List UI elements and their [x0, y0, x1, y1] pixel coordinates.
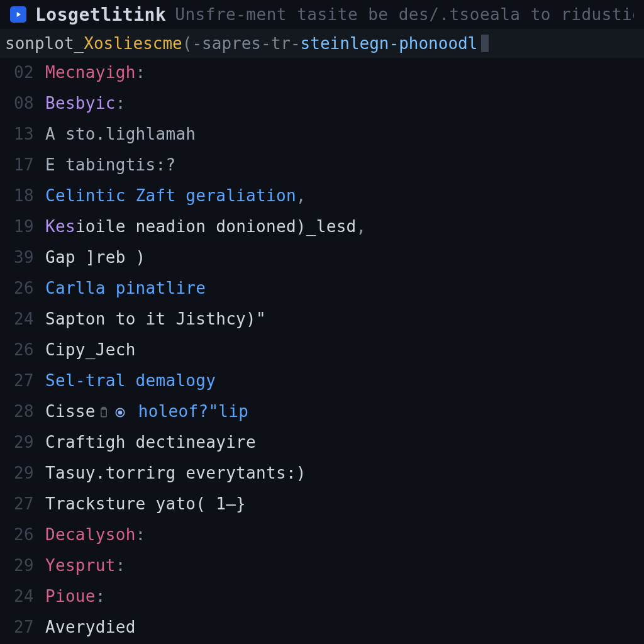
- code-line[interactable]: 24Sapton to it Jisthcy)": [0, 309, 644, 340]
- code-line[interactable]: 18Celintic Zaft geraliation,: [0, 186, 644, 217]
- code-token: Gap ]reb ): [45, 248, 146, 267]
- line-number: 18: [0, 186, 45, 205]
- code-token: Pioue: [45, 587, 96, 606]
- code-content: Besbyic:: [45, 94, 126, 113]
- cmd-seg-1: _Xosliescme: [74, 34, 182, 53]
- code-content: Tracksture yato( 1—}: [45, 494, 246, 513]
- line-number: 26: [0, 340, 45, 359]
- line-number: 39: [0, 248, 45, 267]
- code-content: Pioue:: [45, 587, 106, 606]
- line-number: 19: [0, 217, 45, 236]
- line-number: 26: [0, 279, 45, 297]
- app-subtitle: Unsfre-ment tasite be des/.tsoeala to ri…: [175, 5, 634, 24]
- line-number: 28: [0, 402, 45, 421]
- code-content: Tasuy.torrirg everytants:): [45, 464, 306, 482]
- clipboard-icon: [97, 406, 110, 419]
- play-icon[interactable]: [10, 6, 26, 23]
- line-number: 27: [0, 371, 45, 390]
- code-token: Tasuy.torrirg everytants:): [45, 464, 306, 482]
- code-token: Craftigh dectineayire: [45, 433, 256, 452]
- code-line[interactable]: 08Besbyic:: [0, 94, 644, 125]
- code-content: Craftigh dectineayire: [45, 433, 256, 452]
- line-number: 24: [0, 587, 45, 606]
- code-line[interactable]: 24Pioue:: [0, 587, 644, 618]
- line-number: 26: [0, 525, 45, 544]
- cmd-seg-0: sonplot: [5, 34, 74, 53]
- svg-point-3: [118, 411, 121, 414]
- code-token: ioile neadion donioned)_lesd: [75, 217, 357, 236]
- code-token: Decalysoh: [45, 525, 136, 544]
- code-token: Yesprut: [45, 556, 116, 575]
- title-bar: Losgetlitink Unsfre-ment tasite be des/.…: [0, 0, 644, 29]
- text-cursor-icon: [481, 35, 489, 52]
- code-token: :: [136, 525, 146, 544]
- code-line[interactable]: 26Cipy_Jech: [0, 340, 644, 371]
- code-token: :: [96, 587, 106, 606]
- code-line[interactable]: 29Craftigh dectineayire: [0, 433, 644, 464]
- line-number: 24: [0, 309, 45, 328]
- code-content: Sapton to it Jisthcy)": [45, 309, 266, 328]
- code-content: E tabingtis:?: [45, 155, 175, 174]
- code-line[interactable]: 17E tabingtis:?: [0, 155, 644, 186]
- code-token: :: [116, 556, 126, 575]
- code-line[interactable]: 26Decalysoh:: [0, 525, 644, 556]
- code-content: Yesprut:: [45, 556, 126, 575]
- code-token: Sel-tral demalogy: [45, 371, 216, 390]
- code-content: Kesioile neadion donioned)_lesd,: [45, 217, 367, 236]
- code-token: :: [116, 94, 126, 113]
- code-line[interactable]: 19Kesioile neadion donioned)_lesd,: [0, 217, 644, 248]
- line-number: 17: [0, 155, 45, 174]
- code-content: Sel-tral demalogy: [45, 371, 216, 390]
- line-number: 29: [0, 556, 45, 575]
- code-content: Mecnayigh:: [45, 63, 146, 82]
- code-token: Tracksture yato( 1—}: [45, 494, 246, 513]
- code-content: Gap ]reb ): [45, 248, 146, 267]
- code-token: ,: [357, 217, 367, 236]
- code-token: E tabingtis:?: [45, 155, 175, 174]
- target-icon: [114, 406, 126, 419]
- app-name: Losgetlitink: [35, 4, 166, 25]
- code-token: Carlla pinatlire: [45, 279, 206, 297]
- line-number: 02: [0, 63, 45, 82]
- code-line[interactable]: 26Carlla pinatlire: [0, 279, 644, 309]
- code-line[interactable]: 39Gap ]reb ): [0, 248, 644, 279]
- line-number: 08: [0, 94, 45, 113]
- code-token: ,: [296, 186, 306, 205]
- code-content: Carlla pinatlire: [45, 279, 206, 297]
- code-line[interactable]: 27Sel-tral demalogy: [0, 371, 644, 402]
- code-token: Kes: [45, 217, 75, 236]
- line-number: 27: [0, 618, 45, 636]
- code-content: Averydied: [45, 618, 136, 636]
- code-content: Celintic Zaft geraliation,: [45, 186, 306, 205]
- code-content: A sto.lighlamah: [45, 125, 196, 143]
- code-token: Celintic Zaft geraliation: [45, 186, 296, 205]
- code-line[interactable]: 29Yesprut:: [0, 556, 644, 587]
- code-content: Cisse holeof?"lip: [45, 402, 248, 421]
- line-number: 29: [0, 433, 45, 452]
- code-line[interactable]: 27Tracksture yato( 1—}: [0, 494, 644, 525]
- code-token: Cisse: [45, 402, 96, 421]
- code-line[interactable]: 29Tasuy.torrirg everytants:): [0, 464, 644, 494]
- line-number: 13: [0, 125, 45, 143]
- code-line[interactable]: 27Averydied: [0, 618, 644, 644]
- code-token: holeof?"lip: [128, 402, 248, 421]
- code-token: Besbyic: [45, 94, 116, 113]
- line-number: 27: [0, 494, 45, 513]
- cmd-seg-2: (-sapres-tr-: [182, 34, 301, 53]
- command-bar[interactable]: sonplot _Xosliescme (-sapres-tr- steinle…: [0, 29, 644, 58]
- code-area[interactable]: 02Mecnayigh:08Besbyic:13A sto.lighlamah1…: [0, 58, 644, 644]
- code-line[interactable]: 02Mecnayigh:: [0, 63, 644, 94]
- code-line[interactable]: 13A sto.lighlamah: [0, 125, 644, 155]
- code-token: A sto.lighlamah: [45, 125, 196, 143]
- code-token: Mecnayigh: [45, 63, 136, 82]
- code-token: :: [136, 63, 146, 82]
- code-content: Cipy_Jech: [45, 340, 136, 359]
- code-token: Cipy_Jech: [45, 340, 136, 359]
- code-line[interactable]: 28Cisse holeof?"lip: [0, 402, 644, 433]
- line-number: 29: [0, 464, 45, 482]
- code-token: Averydied: [45, 618, 136, 636]
- code-content: Decalysoh:: [45, 525, 146, 544]
- code-token: Sapton to it Jisthcy)": [45, 309, 266, 328]
- cmd-seg-3: steinlegn-phonoodl: [301, 34, 478, 53]
